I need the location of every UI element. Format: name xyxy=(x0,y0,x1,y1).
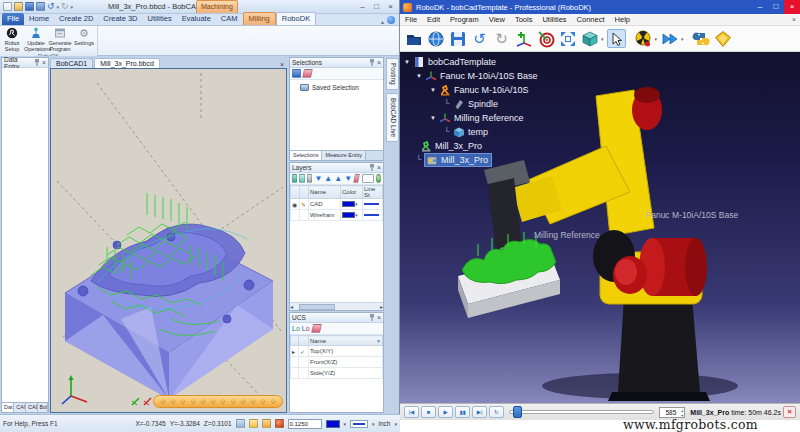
speed-dropdown-icon[interactable]: ▾ xyxy=(681,36,684,42)
clear-selection-icon[interactable] xyxy=(302,69,313,78)
tree-item-program[interactable]: Mill_3x_Pro xyxy=(404,139,538,153)
collision-dropdown-icon[interactable]: ▾ xyxy=(655,36,658,42)
dock-tab-cam[interactable]: CAM xyxy=(14,403,26,412)
move-down-icon[interactable]: ▼ xyxy=(314,174,322,183)
scroll-left-icon[interactable]: ◂ xyxy=(290,303,293,310)
layer-linestyle[interactable] xyxy=(364,214,379,216)
pin-icon[interactable] xyxy=(34,59,40,66)
ucs-row-side[interactable]: Side(Y/Z) xyxy=(291,368,383,379)
generate-program-button[interactable]: Generate Program xyxy=(48,26,72,52)
view-iso-icon[interactable]: ◇ xyxy=(221,396,226,407)
online-library-icon[interactable] xyxy=(426,29,445,48)
close-panel-icon[interactable]: × xyxy=(377,164,381,172)
tree-item-temp[interactable]: └ temp xyxy=(404,125,538,139)
tab-bobcad-live[interactable]: BobCAD Live xyxy=(386,93,399,142)
tree-item-spindle[interactable]: └ Spindle xyxy=(404,97,538,111)
view-dropdown-icon[interactable]: ▾ xyxy=(601,36,604,42)
robot-setup-button[interactable]: Robot Setup xyxy=(0,26,24,52)
maximize-button[interactable]: □ xyxy=(370,1,383,12)
close-button[interactable]: × xyxy=(784,0,800,14)
new-ucs-icon[interactable]: Lo xyxy=(292,325,300,332)
view-pan-icon[interactable]: ◇ xyxy=(271,396,276,407)
ucs-row-front[interactable]: Front(X/Z) xyxy=(291,357,383,368)
render-mode-icon[interactable] xyxy=(275,419,284,428)
linestyle-dropdown-icon[interactable]: ▾ xyxy=(372,421,375,427)
open-file-icon[interactable] xyxy=(404,29,423,48)
tab-measure-entity[interactable]: Measure Entity xyxy=(322,151,366,160)
account-icon[interactable] xyxy=(387,16,395,24)
menu-view[interactable]: View xyxy=(484,15,510,24)
show-origin-icon[interactable] xyxy=(143,397,152,406)
selections-body[interactable]: Saved Selection xyxy=(290,80,383,150)
station-shield-icon[interactable] xyxy=(714,29,733,48)
skip-start-button[interactable]: |◀ xyxy=(404,406,419,418)
close-playbar-button[interactable]: × xyxy=(783,406,796,418)
maximize-button[interactable]: □ xyxy=(768,0,784,14)
pause-button[interactable]: ▮▮ xyxy=(455,406,470,418)
snap-increment-input[interactable]: 0.1250 xyxy=(288,419,322,429)
view-right-icon[interactable]: ◇ xyxy=(211,396,216,407)
undo-dropdown-icon[interactable]: ▾ xyxy=(57,4,60,10)
layer-color-swatch[interactable] xyxy=(342,201,355,207)
layer-linestyle[interactable] xyxy=(364,203,379,205)
col-color[interactable]: Color xyxy=(341,186,363,199)
snap-settings-icon[interactable] xyxy=(236,419,245,428)
edit-pencil-icon[interactable]: ✎ xyxy=(300,199,309,210)
delete-ucs-icon[interactable] xyxy=(311,324,322,333)
active-linestyle[interactable] xyxy=(350,420,368,428)
dock-tab-data[interactable]: Dat... xyxy=(2,403,14,412)
close-button[interactable]: × xyxy=(384,1,397,12)
show-axes-icon[interactable] xyxy=(131,397,140,406)
select-cursor-icon[interactable] xyxy=(607,29,626,48)
entity-snap-icon[interactable] xyxy=(249,419,258,428)
minimize-button[interactable]: – xyxy=(752,0,768,14)
grid-snap-icon[interactable] xyxy=(262,419,271,428)
col-name[interactable]: Name xyxy=(309,186,341,199)
slider-handle[interactable] xyxy=(513,406,522,418)
undo-icon[interactable]: ↺ xyxy=(470,29,489,48)
visibility-eye-icon[interactable]: ◉ xyxy=(291,199,300,210)
view-iso3-icon[interactable]: ◇ xyxy=(241,396,246,407)
close-document-icon[interactable]: × xyxy=(280,61,287,68)
ucs-row-top[interactable]: ▸ ✓ Top(X/Y) xyxy=(291,346,383,357)
add-target-icon[interactable] xyxy=(536,29,555,48)
update-operations-button[interactable]: Update Operations xyxy=(24,26,48,52)
view-top-icon[interactable]: ◇ xyxy=(161,396,166,407)
pin-icon[interactable] xyxy=(369,59,375,66)
expander-icon[interactable]: ▼ xyxy=(430,115,439,121)
new-file-icon[interactable] xyxy=(3,2,12,11)
simulation-speed-spinbox[interactable]: 585 ▴▾ xyxy=(659,407,685,418)
tree-item-robot[interactable]: ▼ Fanuc M-10iA/10S xyxy=(404,83,538,97)
view-bottom-icon[interactable]: ◇ xyxy=(171,396,176,407)
menu-utilities[interactable]: Utilities xyxy=(537,15,571,24)
tree-item-machining-project[interactable]: └ Mill_3x_Pro xyxy=(404,153,538,167)
python-icon[interactable] xyxy=(692,29,711,48)
dock-tab-bobart[interactable]: Bob xyxy=(38,403,48,412)
close-panel-icon[interactable]: × xyxy=(42,59,46,67)
save-selection-icon[interactable] xyxy=(292,69,301,78)
dock-tab-cad[interactable]: CAD xyxy=(26,403,37,412)
minimize-button[interactable]: – xyxy=(356,1,369,12)
view-rotate-icon[interactable]: ◇ xyxy=(261,396,266,407)
stop-button[interactable]: ■ xyxy=(421,406,436,418)
layers-hscrollbar[interactable]: ◂ ▸ xyxy=(290,302,383,310)
close-panel-icon[interactable]: × xyxy=(377,314,381,322)
save-station-icon[interactable] xyxy=(448,29,467,48)
view-front-icon[interactable]: ◇ xyxy=(181,396,186,407)
active-color-swatch[interactable] xyxy=(326,420,340,428)
menu-tools[interactable]: Tools xyxy=(510,15,538,24)
copy-layer-icon[interactable] xyxy=(299,174,304,183)
view-back-icon[interactable]: ◇ xyxy=(191,396,196,407)
pin-icon[interactable] xyxy=(369,314,375,321)
edit-ucs-icon[interactable]: Lo xyxy=(302,325,310,332)
expander-icon[interactable]: ▼ xyxy=(404,59,413,65)
tab-posting[interactable]: Posting xyxy=(386,58,399,90)
contextual-tab-group[interactable]: Machining xyxy=(196,0,238,13)
units-label[interactable]: inch xyxy=(379,420,391,427)
fast-simulation-icon[interactable] xyxy=(660,29,679,48)
move-top-icon[interactable]: ▲ xyxy=(334,174,342,183)
loop-button[interactable]: ↻ xyxy=(489,406,504,418)
data-entry-body[interactable] xyxy=(2,68,48,402)
view-iso4-icon[interactable]: ◇ xyxy=(251,396,256,407)
layer-color-swatch[interactable] xyxy=(342,212,355,218)
